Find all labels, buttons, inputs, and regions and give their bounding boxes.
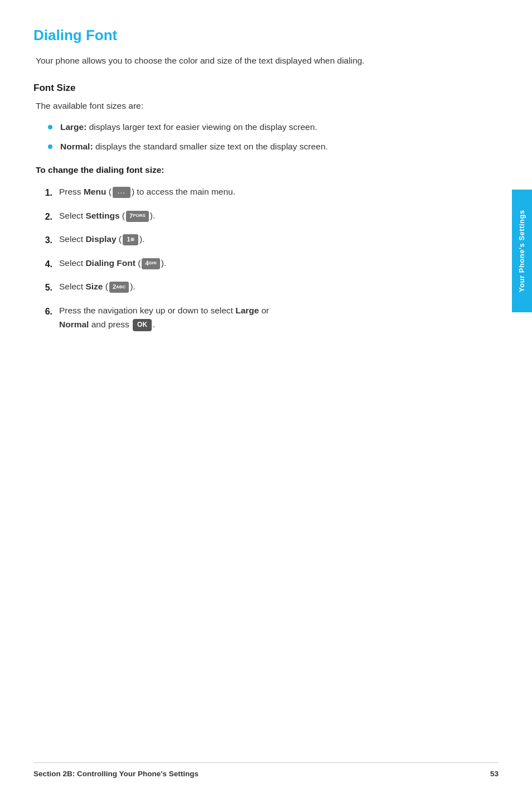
instruction-heading: To change the dialing font size: (33, 165, 499, 175)
menu-icon (113, 187, 130, 198)
step-5-bold: Size (85, 282, 103, 291)
dialing-font-key: 4GHI (142, 258, 159, 269)
step-6-number: 6. (39, 304, 52, 319)
footer: Section 2B: Controlling Your Phone's Set… (33, 762, 499, 778)
step-2-content: Select Settings (7PORS). (59, 209, 499, 223)
bullet-list: Large: displays larger text for easier v… (50, 120, 499, 153)
step-2: 2. Select Settings (7PORS). (39, 209, 499, 224)
steps-list: 1. Press Menu () to access the main menu… (39, 185, 499, 332)
step-4-content: Select Dialing Font (4GHI). (59, 257, 499, 270)
step-4: 4. Select Dialing Font (4GHI). (39, 257, 499, 272)
footer-section-label: Section 2B: Controlling Your Phone's Set… (33, 770, 199, 778)
page-title: Dialing Font (33, 27, 499, 44)
settings-key: 7PORS (126, 211, 149, 222)
bullet-large-bold: Large: (60, 122, 86, 132)
bullet-normal-bold: Normal: (60, 142, 93, 151)
step-3-number: 3. (39, 233, 52, 248)
step-5: 5. Select Size (2ABC). (39, 280, 499, 295)
step-2-bold: Settings (85, 211, 119, 220)
side-tab: Your Phone's Settings (512, 190, 532, 312)
step-6: 6. Press the navigation key up or down t… (39, 304, 499, 332)
intro-text: Your phone allows you to choose the colo… (33, 54, 499, 67)
footer-page-number: 53 (490, 770, 499, 778)
instruction-heading-text: To change the dialing font size: (36, 165, 165, 175)
step-4-number: 4. (39, 257, 52, 272)
body-text: The available font sizes are: (33, 99, 499, 112)
step-3-content: Select Display (1⊞). (59, 233, 499, 246)
step-3-bold: Display (85, 234, 116, 244)
bullet-large-text: displays larger text for easier viewing … (89, 122, 317, 132)
ok-key: OK (133, 319, 152, 331)
step-2-number: 2. (39, 209, 52, 224)
step-4-bold: Dialing Font (85, 258, 136, 268)
step-1-content: Press Menu () to access the main menu. (59, 185, 499, 199)
bullet-item-large: Large: displays larger text for easier v… (50, 120, 499, 133)
step-6-normal: Normal (59, 320, 89, 329)
display-key: 1⊞ (123, 234, 138, 245)
side-tab-label: Your Phone's Settings (518, 210, 527, 292)
step-1: 1. Press Menu () to access the main menu… (39, 185, 499, 200)
size-key: 2ABC (109, 282, 129, 293)
bullet-normal-text: displays the standard smaller size text … (95, 142, 328, 151)
step-1-bold: Menu (84, 187, 106, 196)
page-container: Your Phone's Settings Dialing Font Your … (0, 0, 532, 798)
step-6-large: Large (235, 306, 259, 315)
step-5-number: 5. (39, 280, 52, 295)
step-5-content: Select Size (2ABC). (59, 280, 499, 294)
step-6-content: Press the navigation key up or down to s… (59, 304, 499, 332)
bullet-item-normal: Normal: displays the standard smaller si… (50, 140, 499, 153)
step-1-number: 1. (39, 185, 52, 200)
step-3: 3. Select Display (1⊞). (39, 233, 499, 248)
section-title: Font Size (33, 83, 499, 94)
